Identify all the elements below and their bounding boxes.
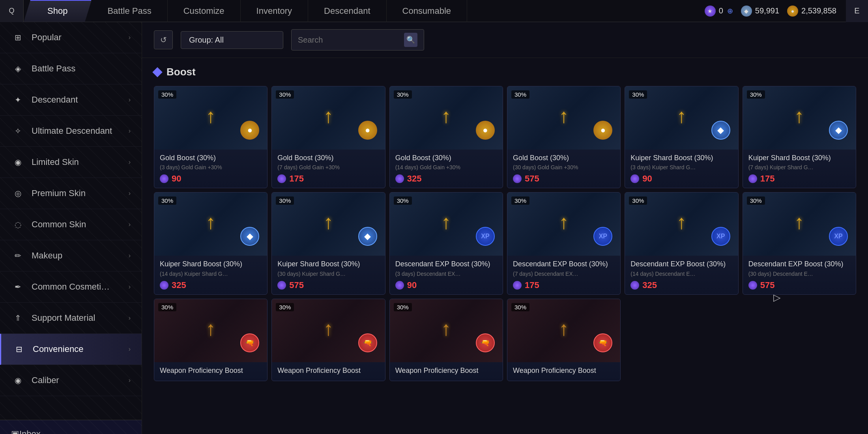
common-cosmetic-icon: ✒ (11, 280, 24, 294)
shop-item-1[interactable]: ↑ ● 30% Gold Boost (30%) (3 days) Gold G… (154, 86, 268, 188)
shop-item-9[interactable]: ↑ XP 30% Descendant EXP Boost (30%) (3 d… (389, 192, 503, 294)
shop-item-8[interactable]: ↑ ◆ 30% Kuiper Shard Boost (30%) (30 day… (271, 192, 385, 294)
shop-item-4[interactable]: ↑ ● 30% Gold Boost (30%) (30 days) Gold … (507, 86, 621, 188)
refresh-button[interactable]: ↺ (154, 30, 173, 49)
gold-coin-1: ● (240, 121, 259, 140)
shop-item-13[interactable]: ↑ 🔫 30% Weapon Proficiency Boost (154, 299, 268, 381)
sidebar-item-common-skin[interactable]: ◌ Common Skin › (0, 209, 142, 240)
common-skin-icon: ◌ (11, 218, 24, 231)
items-grid: ↑ ● 30% Gold Boost (30%) (3 days) Gold G… (142, 82, 868, 389)
shop-item-5[interactable]: ↑ ◆ 30% Kuiper Shard Boost (30%) (3 days… (625, 86, 738, 188)
item-image-14: ↑ 🔫 30% (272, 299, 385, 362)
main-layout: ⊞ Popular › ◈ Battle Pass ✦ Descendant ›… (0, 22, 868, 434)
inbox-icon: ▣ (11, 429, 19, 434)
item-image-6: ↑ ◆ 30% (743, 86, 856, 150)
section-header: Boost (142, 58, 868, 82)
nav-item-customize[interactable]: Customize (168, 0, 241, 22)
shop-item-7[interactable]: ↑ ◆ 30% Kuiper Shard Boost (30%) (14 day… (154, 192, 268, 294)
section-diamond-icon (152, 67, 162, 77)
group-select[interactable]: Group: All (181, 31, 283, 49)
shop-item-16[interactable]: ↑ 🔫 30% Weapon Proficiency Boost (507, 299, 621, 381)
price-icon (277, 281, 286, 290)
shop-item-15[interactable]: ↑ 🔫 30% Weapon Proficiency Boost (389, 299, 503, 381)
nav-item-descendant[interactable]: Descendant (308, 0, 386, 22)
common-skin-arrow: › (129, 221, 131, 228)
sidebar-item-inbox[interactable]: ▣ Inbox (0, 420, 142, 434)
popular-arrow: › (129, 34, 131, 41)
price-icon (630, 281, 639, 290)
item-image-15: ↑ 🔫 30% (390, 299, 503, 362)
sidebar: ⊞ Popular › ◈ Battle Pass ✦ Descendant ›… (0, 22, 142, 434)
sidebar-item-caliber[interactable]: ◉ Caliber › (0, 365, 142, 396)
gold-coin-2: ● (358, 121, 377, 140)
limited-skin-arrow: › (129, 159, 131, 166)
item-image-1: ↑ ● 30% (154, 86, 267, 150)
ultimate-descendant-arrow: › (129, 127, 131, 135)
gold-coin-4: ● (593, 121, 612, 140)
shop-item-11[interactable]: ↑ XP 30% Descendant EXP Boost (30%) (14 … (625, 192, 738, 294)
shop-item-14[interactable]: ↑ 🔫 30% Weapon Proficiency Boost (271, 299, 385, 381)
currency-gold: ● 2,539,858 (787, 6, 836, 17)
shop-item-3[interactable]: ↑ ● 30% Gold Boost (30%) (14 days) Gold … (389, 86, 503, 188)
shop-item-2[interactable]: ↑ ● 30% Gold Boost (30%) (7 days) Gold G… (271, 86, 385, 188)
common-cosmetic-arrow: › (129, 283, 131, 290)
descendant-icon: ✦ (11, 93, 24, 107)
weapon-coin-13: 🔫 (240, 333, 259, 352)
support-material-icon: ⇑ (11, 311, 24, 325)
xp-coin-12: XP (829, 227, 848, 246)
sidebar-item-battle-pass[interactable]: ◈ Battle Pass (0, 53, 142, 84)
weapon-coin-14: 🔫 (358, 333, 377, 352)
e-button[interactable]: E (846, 0, 868, 22)
blue-coin-6: ◆ (829, 121, 848, 140)
add-purple-currency[interactable]: ⊕ (727, 7, 733, 15)
search-box: 🔍 (291, 29, 424, 51)
makeup-arrow: › (129, 252, 131, 259)
shop-item-6[interactable]: ↑ ◆ 30% Kuiper Shard Boost (30%) (7 days… (743, 86, 856, 188)
gold-currency-icon: ● (787, 6, 798, 17)
price-icon (513, 281, 522, 290)
item-image-2: ↑ ● 30% (272, 86, 385, 150)
descendant-arrow: › (129, 96, 131, 103)
item-image-8: ↑ ◆ 30% (272, 193, 385, 256)
price-icon (395, 174, 404, 183)
shop-item-12[interactable]: ↑ XP 30% Descendant EXP Boost (30%) (30 … (743, 192, 856, 294)
sidebar-item-common-cosmetic[interactable]: ✒ Common Cosmetic Items/Atta… › (0, 271, 142, 303)
price-icon (748, 281, 757, 290)
search-button[interactable]: 🔍 (404, 33, 417, 47)
shop-item-10[interactable]: ↑ XP 30% Descendant EXP Boost (30%) (7 d… (507, 192, 621, 294)
blue-coin-7: ◆ (240, 227, 259, 246)
popular-icon: ⊞ (11, 31, 24, 44)
purple-currency-icon: ★ (705, 6, 716, 17)
sidebar-item-descendant[interactable]: ✦ Descendant › (0, 84, 142, 116)
silver-currency-icon: ◆ (741, 6, 752, 17)
sidebar-item-support-material[interactable]: ⇑ Support Material › (0, 303, 142, 334)
sidebar-item-premium-skin[interactable]: ◎ Premium Skin › (0, 178, 142, 209)
sidebar-item-ultimate-descendant[interactable]: ✧ Ultimate Descendant › (0, 116, 142, 147)
q-button[interactable]: Q (0, 0, 24, 22)
sidebar-item-makeup[interactable]: ✏ Makeup › (0, 240, 142, 271)
search-input[interactable] (298, 36, 400, 45)
blue-coin-8: ◆ (358, 227, 377, 246)
price-icon (748, 174, 757, 183)
item-image-5: ↑ ◆ 30% (625, 86, 738, 150)
weapon-coin-15: 🔫 (476, 333, 495, 352)
nav-item-inventory[interactable]: Inventory (241, 0, 309, 22)
convenience-arrow: › (129, 346, 131, 353)
support-material-arrow: › (129, 314, 131, 322)
sidebar-item-convenience[interactable]: ⊟ Convenience › (0, 334, 142, 365)
weapon-coin-16: 🔫 (593, 333, 612, 352)
sidebar-item-limited-skin[interactable]: ◉ Limited Skin › (0, 147, 142, 178)
sidebar-item-popular[interactable]: ⊞ Popular › (0, 22, 142, 53)
price-icon (160, 174, 168, 183)
currency-bar: ★ 0 ⊕ ◆ 59,991 ● 2,539,858 (705, 6, 844, 17)
caliber-icon: ◉ (11, 374, 24, 387)
nav-item-consumable[interactable]: Consumable (387, 0, 468, 22)
nav-item-shop[interactable]: Shop (24, 0, 92, 22)
item-image-3: ↑ ● 30% (390, 86, 503, 150)
item-image-13: ↑ 🔫 30% (154, 299, 267, 362)
nav-item-battle-pass[interactable]: Battle Pass (92, 0, 167, 22)
xp-coin-9: XP (476, 227, 495, 246)
price-icon (277, 174, 286, 183)
item-image-4: ↑ ● 30% (507, 86, 620, 150)
limited-skin-icon: ◉ (11, 155, 24, 169)
